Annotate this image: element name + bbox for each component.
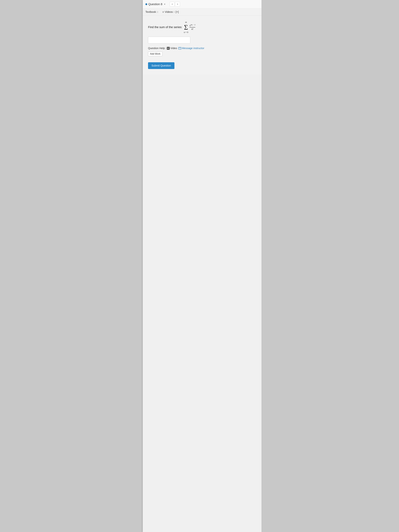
question-text: Find the sum of the series: ∞ Σ n = 0 x6… <box>148 21 258 33</box>
question-prompt: Find the sum of the series: <box>148 25 182 29</box>
answer-input[interactable] <box>148 37 190 44</box>
video-play-icon: ▶ <box>167 47 170 50</box>
video-help-link[interactable]: ▶ Video <box>167 47 177 50</box>
video-label: Video <box>170 47 177 50</box>
message-label: Message instructor <box>182 47 204 50</box>
main-content: Find the sum of the series: ∞ Σ n = 0 x6… <box>143 15 261 74</box>
top-navigation: Question 8 ▼ < > <box>143 0 261 9</box>
sigma-symbol: Σ <box>184 24 188 31</box>
add-work-button[interactable]: Add Work <box>148 52 162 56</box>
add-tab-button[interactable]: [+] <box>176 10 179 13</box>
series-fraction: x6n − 3 n! <box>190 24 195 31</box>
videos-label: Videos <box>165 10 173 13</box>
exponent: 6n − 3 <box>191 24 195 26</box>
sigma-limits: ∞ Σ n = 0 <box>184 21 188 33</box>
tab-videos[interactable]: ⊘ Videos □ [+] <box>162 10 179 14</box>
videos-tab-icon: □ <box>174 11 175 13</box>
textbook-tab-icon: □ <box>157 11 158 13</box>
question-body: Find the sum of the series: ∞ Σ n = 0 x6… <box>148 21 258 69</box>
prev-question-button[interactable]: < <box>170 2 175 6</box>
textbook-label: Textbook <box>146 10 156 13</box>
question-help: Question Help: ▶ Video Message instructo… <box>148 47 258 50</box>
question-dot <box>146 3 147 5</box>
submit-question-button[interactable]: Submit Question <box>148 62 174 69</box>
fraction-numerator: x6n − 3 <box>190 24 195 27</box>
question-label: Question 8 ▼ <box>146 2 165 6</box>
series-bottom: n = 0 <box>184 31 188 33</box>
tab-bar: Textbook □ ⊘ Videos □ [+] <box>143 9 261 15</box>
dropdown-arrow-icon[interactable]: ▼ <box>164 3 165 5</box>
message-instructor-link[interactable]: Message instructor <box>178 47 204 50</box>
navigation-buttons: < > <box>170 2 180 6</box>
tab-textbook[interactable]: Textbook □ <box>146 10 158 14</box>
math-formula: ∞ Σ n = 0 x6n − 3 n! <box>184 21 195 33</box>
next-question-button[interactable]: > <box>175 2 180 6</box>
message-icon <box>178 47 181 50</box>
fraction-denominator: n! <box>191 27 193 31</box>
videos-pencil-icon: ⊘ <box>162 11 164 13</box>
question-help-label: Question Help: <box>148 47 165 50</box>
question-title: Question 8 <box>148 2 162 6</box>
series-top: ∞ <box>185 21 187 24</box>
